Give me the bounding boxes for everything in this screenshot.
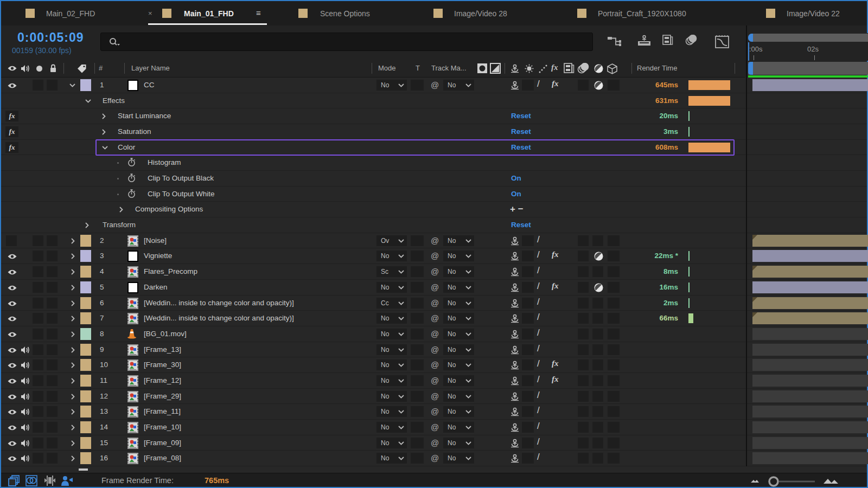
shy-icon[interactable] [510,376,520,386]
quality-switch[interactable]: / [537,297,540,307]
chevron-down-icon[interactable] [465,441,471,445]
chevron-right-icon[interactable] [102,129,106,135]
eye-icon[interactable] [7,394,17,400]
stopwatch[interactable] [127,174,136,183]
layer-duration-bar[interactable] [752,281,868,293]
eye-icon[interactable] [7,253,17,260]
mode-dropdown[interactable]: No [376,453,407,464]
shy-switch[interactable] [510,407,520,416]
stopwatch[interactable] [127,189,136,198]
track-matte-dropdown[interactable]: No [443,235,474,246]
playhead[interactable] [748,42,749,61]
chevron-right-icon[interactable] [71,331,75,337]
layer-row[interactable]: 9 [Frame_13]No@No/ [1,342,867,358]
label-color-swatch[interactable] [80,235,91,247]
column-track-matte[interactable]: Track Ma... [431,64,467,72]
track-matte-dropdown[interactable]: No [443,329,474,339]
chevron-down-icon[interactable] [398,348,404,352]
layer-duration-bar[interactable] [752,79,868,91]
chevron-down-icon[interactable] [465,254,471,258]
track-matte-pickwhip-icon[interactable]: @ [431,391,439,401]
solo-header-icon[interactable] [524,63,534,74]
shy-switch[interactable] [510,329,520,339]
chevron-right-icon[interactable] [71,269,75,275]
shy-switch[interactable] [510,251,520,261]
quality-switch[interactable]: / [537,421,540,432]
layer-row[interactable]: 10 [Frame_30]No@No/fx [1,357,867,373]
shy-switch[interactable] [510,298,520,308]
label-color-swatch[interactable] [80,359,91,371]
shy-switch[interactable] [510,438,520,448]
mask-icon[interactable] [477,63,488,74]
shy-icon[interactable] [510,251,520,261]
layer-row[interactable]: 1CCNo@No/fx645ms [1,78,867,93]
adjustment-switch[interactable] [593,251,604,261]
label-color-swatch[interactable] [80,375,91,387]
shy-switch[interactable] [510,267,520,277]
mode-dropdown[interactable]: No [376,344,407,355]
label-color-swatch[interactable] [80,437,91,449]
chevron-down-icon[interactable] [398,410,404,414]
track-matte-dropdown[interactable]: No [443,391,474,402]
time-navigator[interactable] [748,33,868,42]
shy-switch[interactable] [510,453,520,463]
solo-icon[interactable] [36,66,42,72]
chevron-down-icon[interactable] [398,426,404,429]
layer-row[interactable]: 11 [Frame_12]No@No/fx [1,373,867,389]
track-matte-pickwhip-icon[interactable]: @ [431,453,439,463]
motion-blur-icon[interactable] [577,63,590,74]
mode-dropdown[interactable]: No [376,313,407,324]
property-row[interactable]: Clip To Output WhiteOn [1,187,867,202]
work-area-bar[interactable] [748,62,868,75]
adjustment-layer-icon[interactable] [593,80,604,91]
group-row[interactable]: Effects631ms [1,93,867,109]
track-matte-dropdown[interactable]: No [443,406,474,417]
track-matte-pickwhip-icon[interactable]: @ [431,329,439,338]
adjustment-layer-icon[interactable] [593,63,604,74]
tab-0[interactable]: Main_02_FHD [46,9,95,18]
layer-row[interactable]: 16 [Frame_08]No@No/ [1,451,867,466]
eye-icon[interactable] [7,455,17,462]
in-out-panel-icon[interactable] [44,474,56,487]
layer-row[interactable]: 3VignietteNo@No/fx22ms * [1,248,867,264]
compositing-add-remove[interactable]: + − [510,204,524,215]
track-matte-dropdown[interactable]: No [443,344,474,355]
shy-switch[interactable] [510,422,520,432]
chevron-down-icon[interactable] [69,84,75,87]
shy-switch[interactable] [510,236,520,246]
property-row[interactable]: Clip To Output BlackOn [1,171,867,187]
layer-row[interactable]: 15 [Frame_09]No@No/ [1,435,867,451]
chevron-down-icon[interactable] [465,270,471,274]
mode-dropdown[interactable]: Cc [376,298,407,309]
frame-blend-icon[interactable] [563,63,575,74]
chevron-down-icon[interactable] [398,301,404,305]
mode-dropdown[interactable]: No [376,282,407,293]
layer-row[interactable]: 8 [BG_01.mov]No@No/ [1,326,867,342]
track-matte-pickwhip-icon[interactable]: @ [431,376,439,385]
quality-switch[interactable]: / [537,452,540,463]
eye-icon[interactable] [7,82,17,89]
frame-blend-icon[interactable] [662,35,673,46]
eye-icon[interactable] [7,378,17,384]
property-value[interactable]: Reset [511,112,531,120]
track-matte-pickwhip-icon[interactable]: @ [431,251,439,260]
tab-2[interactable]: Scene Options [320,9,370,18]
quality-switch[interactable]: / [537,265,540,276]
adjustment-layer-icon[interactable] [593,251,604,261]
layer-duration-bar[interactable] [752,452,868,464]
mode-dropdown[interactable]: No [376,391,407,402]
av-features-icon[interactable] [60,474,74,487]
track-matte-pickwhip-icon[interactable]: @ [431,422,439,432]
effect-row[interactable]: fxStart LuminanceReset20ms [1,108,867,124]
group-row[interactable]: TransformReset [1,217,867,233]
quality-switch[interactable]: / [537,234,540,245]
layer-duration-bar[interactable] [752,297,868,309]
property-value[interactable]: On [511,190,521,198]
layer-duration-bar[interactable] [752,266,868,278]
chevron-right-icon[interactable] [71,455,75,461]
chevron-down-icon[interactable] [398,363,404,367]
chevron-down-icon[interactable] [465,286,471,290]
shy-switch[interactable] [510,391,520,401]
track-matte-pickwhip-icon[interactable]: @ [431,80,439,89]
layer-duration-bar[interactable] [752,437,868,449]
